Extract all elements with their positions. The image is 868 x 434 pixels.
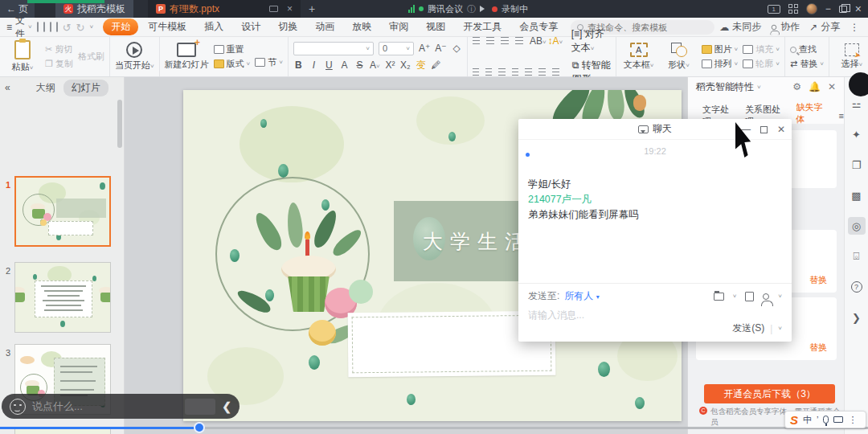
history-chevron-icon[interactable]: ˅ bbox=[90, 23, 94, 31]
image-tools-icon[interactable]: ▩ bbox=[848, 186, 866, 204]
line-spacing-icon[interactable] bbox=[538, 68, 546, 77]
underline-button[interactable]: U bbox=[324, 59, 334, 71]
paste-button[interactable]: 粘贴˅ bbox=[5, 40, 40, 73]
mention-person-icon[interactable] bbox=[763, 293, 769, 300]
decrease-font-icon[interactable]: A⁻ bbox=[435, 43, 446, 54]
single-window-icon[interactable]: 1 bbox=[768, 5, 780, 14]
new-tab-button[interactable]: + bbox=[309, 2, 315, 15]
share-button[interactable]: ↗分享 bbox=[809, 20, 840, 34]
find-button[interactable]: 查找 bbox=[790, 43, 824, 55]
outline-button[interactable]: 轮廓˅ bbox=[743, 58, 780, 70]
panel-title-chevron-icon[interactable]: ˅ bbox=[757, 84, 761, 91]
slides-tab[interactable]: 幻灯片 bbox=[63, 80, 108, 96]
tab-insert[interactable]: 插入 bbox=[196, 18, 231, 35]
tab-document[interactable]: P 有理数.pptx × bbox=[148, 0, 301, 18]
tab-animation[interactable]: 动画 bbox=[307, 18, 342, 35]
phonetic-guide-button[interactable]: 变 bbox=[416, 59, 426, 72]
print-icon[interactable] bbox=[50, 22, 51, 32]
clear-format-icon[interactable]: ◇ bbox=[452, 43, 462, 54]
bell-icon[interactable]: 🔔 bbox=[809, 81, 821, 92]
fill-button[interactable]: 填充˅ bbox=[743, 43, 780, 55]
replace-font-link[interactable]: 替换 bbox=[809, 274, 827, 286]
bullet-list-icon[interactable] bbox=[473, 37, 481, 46]
tab-review[interactable]: 审阅 bbox=[381, 18, 416, 35]
ime-lang-toggle[interactable]: 中 bbox=[803, 414, 812, 426]
progress-handle[interactable] bbox=[194, 422, 205, 433]
smart-beautify-icon[interactable]: ✦ bbox=[848, 125, 866, 143]
file-attach-icon[interactable] bbox=[714, 293, 724, 301]
highlight-button[interactable]: 🖉 bbox=[431, 59, 441, 71]
ime-toolbar[interactable]: S 中 ’ ⋮ bbox=[784, 411, 866, 428]
properties-sliders-icon[interactable]: ⚍ bbox=[848, 95, 866, 113]
tab-home[interactable]: 开始 bbox=[103, 18, 138, 35]
file-attach-chevron-icon[interactable]: ˅ bbox=[733, 293, 737, 300]
bold-button[interactable]: B bbox=[293, 59, 304, 71]
ime-more-icon[interactable]: ⋮ bbox=[848, 415, 857, 425]
font-size-select[interactable]: 0˅ bbox=[379, 42, 414, 55]
ime-keyboard-icon[interactable] bbox=[833, 416, 843, 423]
replace-font-link[interactable]: 替换 bbox=[809, 342, 827, 354]
close-button[interactable]: × bbox=[855, 2, 862, 15]
user-avatar[interactable] bbox=[806, 3, 817, 14]
chat-close-icon[interactable]: ✕ bbox=[777, 124, 785, 135]
expand-chevron-icon[interactable]: ❯ bbox=[848, 309, 866, 326]
panel-close-icon[interactable]: ✕ bbox=[828, 81, 836, 92]
floating-meeting-bubble[interactable] bbox=[849, 72, 868, 96]
section-button[interactable]: 节˅ bbox=[255, 56, 283, 68]
outline-tab[interactable]: 大纲 bbox=[36, 81, 55, 95]
align-left-icon[interactable] bbox=[473, 68, 480, 77]
subscript-button[interactable]: X₂ bbox=[400, 59, 411, 71]
workspace-grid-icon[interactable] bbox=[788, 4, 798, 14]
increase-font-icon[interactable]: A⁺ bbox=[419, 43, 430, 54]
save-icon[interactable] bbox=[37, 22, 39, 32]
align-center-icon[interactable] bbox=[485, 68, 492, 77]
superscript-button[interactable]: X² bbox=[385, 59, 395, 71]
sort-text-icon[interactable]: ↕A˅ bbox=[547, 35, 558, 47]
increase-indent-icon[interactable] bbox=[515, 37, 523, 46]
format-painter-button[interactable]: 格式刷 bbox=[78, 51, 104, 63]
mention-chevron-icon[interactable]: ˅ bbox=[778, 293, 782, 300]
chat-maximize-icon[interactable] bbox=[760, 126, 768, 133]
screenshot-icon[interactable] bbox=[745, 292, 754, 301]
play-current-button[interactable]: 当页开始˅ bbox=[115, 42, 154, 72]
numbered-list-icon[interactable] bbox=[486, 37, 494, 46]
justify-icon[interactable] bbox=[512, 68, 519, 77]
tab-transition[interactable]: 切换 bbox=[270, 18, 305, 35]
sogou-logo-icon[interactable]: S bbox=[790, 413, 798, 427]
sync-status[interactable]: ☁未同步 bbox=[719, 20, 761, 34]
tab-keniu[interactable]: 可牛模板 bbox=[140, 18, 194, 35]
reference-book-icon[interactable]: ⌺ bbox=[848, 248, 866, 265]
shapes-button[interactable]: 形状˅ bbox=[661, 43, 697, 71]
help-icon[interactable]: ? bbox=[848, 278, 866, 296]
ime-mic-icon[interactable] bbox=[823, 416, 829, 424]
danmaku-send-chip[interactable] bbox=[185, 399, 215, 415]
collapse-left-icon[interactable]: ❮ bbox=[222, 400, 231, 413]
picture-button[interactable]: 图片˅ bbox=[702, 43, 739, 55]
present-mode-icon[interactable] bbox=[269, 6, 278, 12]
paragraph-spacing-icon[interactable] bbox=[552, 68, 559, 77]
ime-punct-icon[interactable]: ’ bbox=[817, 415, 818, 424]
italic-button[interactable]: I bbox=[309, 59, 319, 71]
char-spacing-button[interactable]: A bbox=[339, 59, 350, 71]
preview-icon[interactable] bbox=[56, 22, 58, 32]
send-button[interactable]: 发送(S) bbox=[732, 321, 764, 335]
docer-features-icon[interactable]: ◎ bbox=[848, 217, 866, 235]
chat-message-input[interactable] bbox=[528, 309, 689, 321]
tab-slideshow[interactable]: 放映 bbox=[344, 18, 379, 35]
collapse-panel-icon[interactable]: « bbox=[5, 82, 10, 93]
more-icon[interactable]: ⋮ bbox=[850, 22, 859, 33]
layers-icon[interactable]: ❐ bbox=[848, 156, 866, 174]
new-slide-button[interactable]: 新建幻灯片 bbox=[165, 43, 209, 71]
download-fonts-button[interactable]: 开通会员后下载（3） bbox=[704, 384, 835, 403]
export-icon[interactable] bbox=[43, 22, 45, 32]
restore-button[interactable] bbox=[839, 6, 847, 13]
layout-button[interactable]: 版式˅ bbox=[214, 58, 251, 70]
select-button[interactable]: 选择˅ bbox=[834, 43, 868, 70]
send-options-chevron-icon[interactable]: ˅ bbox=[778, 325, 782, 332]
tab-design[interactable]: 设计 bbox=[233, 18, 268, 35]
text-direction-icon[interactable]: AB˅ bbox=[530, 35, 542, 47]
video-progress-bar[interactable] bbox=[0, 425, 868, 430]
tab-view[interactable]: 视图 bbox=[418, 18, 453, 35]
replace-button[interactable]: ⇄替换˅ bbox=[790, 58, 824, 70]
gear-icon[interactable]: ⚙ bbox=[792, 81, 801, 92]
